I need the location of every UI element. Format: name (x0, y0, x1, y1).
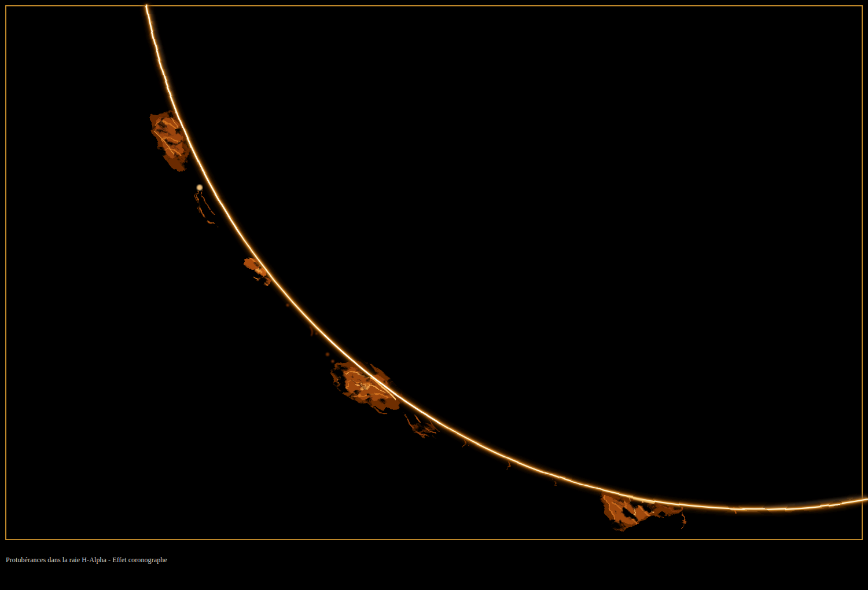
solar-limb-image (0, 0, 868, 590)
caption-title: Protubérances dans la raie H-Alpha - Eff… (6, 556, 195, 563)
astrophoto-canvas: Protubérances dans la raie H-Alpha - Eff… (0, 0, 868, 590)
solar-limb-glow (146, 5, 868, 510)
caption: Protubérances dans la raie H-Alpha - Eff… (6, 542, 195, 590)
frame-border (6, 6, 862, 540)
caption-details: Pessac (33) 07:15 21-08-2023 - JP37 Astr… (6, 585, 195, 590)
faint-specks-mid (286, 304, 352, 371)
prominence-north (152, 109, 189, 170)
prominence-central (331, 360, 404, 413)
